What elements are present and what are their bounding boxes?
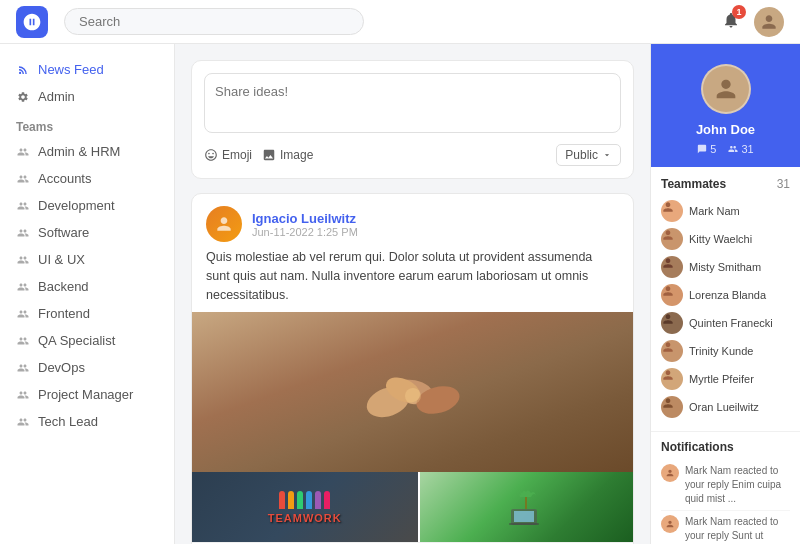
teammate-item-0[interactable]: Mark Nam [661,197,790,225]
sidebar-item-software[interactable]: Software [0,219,174,246]
svg-point-4 [405,388,421,404]
sidebar-item-accounts[interactable]: Accounts [0,165,174,192]
teammate-avatar-7 [661,396,683,418]
team-icon-2 [16,199,30,213]
svg-rect-8 [525,497,527,509]
post-thumbnail-2 [420,472,634,542]
teammate-name-4: Quinten Franecki [689,317,773,329]
sidebar-item-qa[interactable]: QA Specialist [0,327,174,354]
post-thumbnail-row: TEAMWORK [192,472,633,542]
main-area: News Feed Admin Teams Admin & HRM Accoun… [0,44,800,544]
teammate-item-6[interactable]: Myrtle Pfeifer [661,365,790,393]
posts-stat: 5 [697,143,716,155]
teammate-avatar-0 [661,200,683,222]
news-feed-label: News Feed [38,62,104,77]
notifications-label: Notifications [661,440,734,454]
user-avatar-icon [759,12,779,32]
post-body: Quis molestiae ab vel rerum qui. Dolor s… [192,248,633,312]
sidebar-item-news-feed[interactable]: News Feed [0,56,174,83]
compose-actions: Emoji Image Public [204,144,621,166]
teammate-item-3[interactable]: Lorenza Blanda [661,281,790,309]
notif-text-1: Mark Nam reacted to your reply Sunt ut q… [685,515,790,544]
image-icon [262,148,276,162]
ui-ux-label: UI & UX [38,252,85,267]
team-icon-1 [16,172,30,186]
image-button[interactable]: Image [262,148,313,162]
search-bar[interactable] [64,8,364,35]
post-header: Ignacio Lueilwitz Jun-11-2022 1:25 PM [192,194,633,248]
team-icon-3 [16,226,30,240]
teammates-title: Teammates 31 [661,177,790,191]
top-icons: 1 [718,7,784,37]
tech-lead-label: Tech Lead [38,414,98,429]
main-post-image [192,312,633,472]
notif-item-0[interactable]: Mark Nam reacted to your reply Enim cuip… [661,460,790,511]
teammate-item-1[interactable]: Kitty Waelchi [661,225,790,253]
emoji-button[interactable]: Emoji [204,148,252,162]
teammate-item-4[interactable]: Quinten Franecki [661,309,790,337]
sidebar-item-admin-hrm[interactable]: Admin & HRM [0,138,174,165]
team-icon-0 [16,145,30,159]
sidebar-item-tech-lead[interactable]: Tech Lead [0,408,174,435]
notifications-title: Notifications [661,440,790,454]
sidebar-item-backend[interactable]: Backend [0,273,174,300]
visibility-selector[interactable]: Public [556,144,621,166]
laptop-plant-icon [506,487,546,527]
teammate-name-0: Mark Nam [689,205,740,217]
team-icon-6 [16,307,30,321]
devops-label: DevOps [38,360,85,375]
accounts-label: Accounts [38,171,91,186]
app-wrapper: 1 News Feed Admin [0,0,800,544]
project-manager-label: Project Manager [38,387,133,402]
svg-rect-7 [509,523,539,525]
sidebar-item-ui-ux[interactable]: UI & UX [0,246,174,273]
gear-icon [16,90,30,104]
teammate-name-6: Myrtle Pfeifer [689,373,754,385]
people-icons [279,491,330,509]
teammate-item-2[interactable]: Misty Smitham [661,253,790,281]
notification-button[interactable]: 1 [718,7,744,36]
sidebar-item-project-manager[interactable]: Project Manager [0,381,174,408]
fist-bump-illustration [353,352,473,432]
sidebar-item-frontend[interactable]: Frontend [0,300,174,327]
software-label: Software [38,225,89,240]
team-icon-8 [16,361,30,375]
sidebar-item-development[interactable]: Development [0,192,174,219]
friends-icon [728,144,738,154]
notif-item-1[interactable]: Mark Nam reacted to your reply Sunt ut q… [661,511,790,544]
sidebar-item-devops[interactable]: DevOps [0,354,174,381]
sidebar-item-admin[interactable]: Admin [0,83,174,110]
notif-avatar-0 [661,464,679,482]
compose-textarea[interactable] [204,73,621,133]
teammate-name-1: Kitty Waelchi [689,233,752,245]
profile-stats: 5 31 [661,143,790,155]
friends-count: 31 [741,143,753,155]
teammate-item-7[interactable]: Oran Lueilwitz [661,393,790,421]
teamwork-text: TEAMWORK [268,512,342,524]
team-icon-10 [16,415,30,429]
teammates-count: 31 [777,177,790,191]
teammate-avatar-3 [661,284,683,306]
right-panel: John Doe 5 31 Teammates 31 [650,44,800,544]
user-avatar[interactable] [754,7,784,37]
friends-stat: 31 [728,143,753,155]
teammate-name-2: Misty Smitham [689,261,761,273]
sidebar: News Feed Admin Teams Admin & HRM Accoun… [0,44,175,544]
posts-count: 5 [710,143,716,155]
search-input[interactable] [64,8,364,35]
admin-hrm-label: Admin & HRM [38,144,120,159]
teammate-item-5[interactable]: Trinity Kunde [661,337,790,365]
notifications-section: Notifications Mark Nam reacted to your r… [651,431,800,544]
team-icon-5 [16,280,30,294]
image-label: Image [280,148,313,162]
compose-box: Emoji Image Public [191,60,634,179]
notif-text-0: Mark Nam reacted to your reply Enim cuip… [685,464,790,506]
rss-icon [16,63,30,77]
teammates-section: Teammates 31 Mark Nam Kitty Waelchi [651,167,800,431]
emoji-label: Emoji [222,148,252,162]
top-bar: 1 [0,0,800,44]
emoji-icon [204,148,218,162]
team-icon-9 [16,388,30,402]
profile-avatar-icon [712,75,740,103]
teammate-avatar-2 [661,256,683,278]
